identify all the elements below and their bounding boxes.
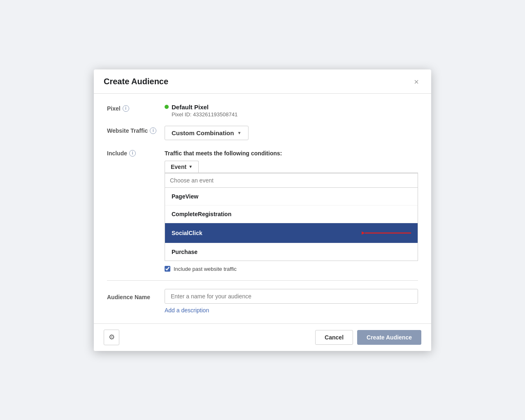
event-tab-label: Event	[171, 164, 186, 170]
audience-name-input[interactable]	[165, 289, 418, 304]
dialog-body: Pixel i Default Pixel Pixel ID: 43326119…	[94, 94, 431, 323]
section-divider	[107, 280, 418, 281]
close-button[interactable]: ×	[411, 77, 421, 87]
dialog-title: Create Audience	[104, 77, 168, 86]
website-traffic-row: Website Traffic i Custom Combination ▼	[107, 126, 418, 140]
pixel-id: Pixel ID: 433261193508741	[165, 111, 237, 118]
website-traffic-dropdown[interactable]: Custom Combination ▼	[165, 126, 249, 140]
pixel-status-dot	[165, 105, 169, 109]
gear-icon: ⚙	[109, 333, 115, 342]
audience-name-row: Audience Name	[107, 289, 418, 304]
event-tab-row: Event ▼	[165, 161, 418, 173]
add-description-row: Add a description	[107, 307, 418, 314]
include-label: Include i	[107, 148, 165, 157]
create-audience-dialog: Create Audience × Pixel i Default Pixel …	[94, 69, 431, 351]
event-tab-arrow: ▼	[188, 164, 193, 169]
past-traffic-checkbox[interactable]	[165, 266, 170, 272]
pixel-name-row: Default Pixel	[165, 104, 237, 111]
include-content: Traffic that meets the following conditi…	[165, 148, 418, 272]
pixel-info: Default Pixel Pixel ID: 433261193508741	[165, 104, 237, 118]
footer-actions: Cancel Create Audience	[315, 330, 421, 345]
cancel-button[interactable]: Cancel	[315, 330, 353, 345]
pixel-label: Pixel i	[107, 104, 165, 112]
settings-button[interactable]: ⚙	[104, 330, 119, 345]
audience-name-label: Audience Name	[107, 292, 165, 300]
red-arrow-icon	[362, 228, 411, 238]
event-search-box	[165, 173, 418, 188]
list-item-selected[interactable]: SocialClick	[165, 223, 418, 243]
event-dropdown-list: PageView CompleteRegistration SocialClic…	[165, 188, 418, 261]
list-item[interactable]: Purchase	[165, 243, 418, 261]
create-audience-button[interactable]: Create Audience	[357, 330, 421, 345]
dialog-header: Create Audience ×	[94, 69, 431, 94]
past-traffic-label: Include past website traffic	[174, 266, 237, 272]
event-tab[interactable]: Event ▼	[165, 161, 199, 173]
website-traffic-info-icon: i	[150, 127, 156, 134]
conditions-text: Traffic that meets the following conditi…	[165, 148, 418, 157]
add-description-link[interactable]: Add a description	[107, 307, 209, 314]
pixel-info-icon: i	[123, 105, 129, 112]
past-traffic-checkbox-row: Include past website traffic	[165, 266, 418, 272]
list-item[interactable]: PageView	[165, 188, 418, 205]
dialog-footer: ⚙ Cancel Create Audience	[94, 323, 431, 351]
website-traffic-arrow: ▼	[237, 131, 242, 135]
include-info-icon: i	[129, 150, 136, 157]
event-search-input[interactable]	[165, 173, 418, 187]
website-traffic-label: Website Traffic i	[107, 126, 165, 134]
pixel-name: Default Pixel	[172, 104, 209, 111]
pixel-row: Pixel i Default Pixel Pixel ID: 43326119…	[107, 104, 418, 118]
website-traffic-value: Custom Combination	[172, 129, 234, 136]
list-item[interactable]: CompleteRegistration	[165, 205, 418, 223]
include-row: Include i Traffic that meets the followi…	[107, 148, 418, 272]
